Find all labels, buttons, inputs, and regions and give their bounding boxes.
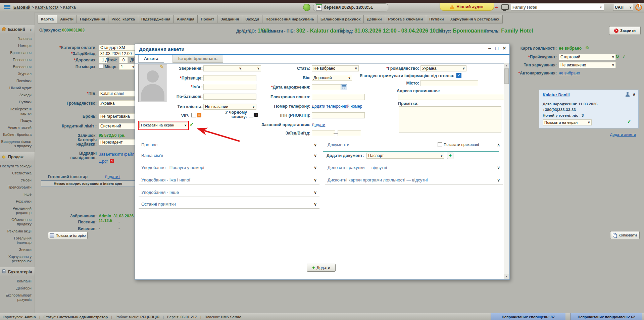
datepicker-calendar-icon[interactable] [341,84,347,90]
modal-stay-from-input[interactable] [312,130,335,136]
sidebar-item[interactable]: Незбережені картки [0,107,35,116]
sidebar-item[interactable]: Заходи [0,93,35,97]
unread-messages-badge[interactable]: Непрочитаних повідомлень: 62 [571,313,642,320]
pib-input[interactable]: Kalatur daniil [99,91,135,97]
hotel-select[interactable]: Family Hotel ▼ [511,4,604,11]
maximize-icon[interactable]: □ [495,46,498,51]
accordion-section[interactable]: Уподобання - Інше∨ [139,188,319,197]
page-tab-3[interactable]: Нарахування [77,15,108,23]
scroll-down-icon[interactable]: ▼ [504,274,509,279]
close-modal-icon[interactable]: × [503,46,506,51]
sidebar-item[interactable]: Номери [0,44,35,48]
page-tab-8[interactable]: Завдання [217,15,242,23]
add-document-plus-icon[interactable]: + [447,153,453,159]
page-tab-2[interactable]: Анкети [57,15,77,23]
page-tab-4[interactable]: Реєс. картка [108,15,138,23]
meal-type-select[interactable]: Не визначено∨ [559,62,616,68]
surcharge-input[interactable]: Нерезидент [99,139,135,145]
screen-select[interactable]: Показати на екран∨ [139,122,188,128]
show-hidden-checkbox[interactable] [438,142,442,147]
email-input[interactable] [312,94,365,100]
sidebar-item[interactable]: Покоївки [0,79,35,83]
page-tab-14[interactable]: Путівки [426,15,447,23]
citizenship-input[interactable]: Україна [99,100,135,106]
monitor-icon[interactable] [501,4,509,10]
page-tab-9[interactable]: Заходи [242,15,262,23]
sidebar-item[interactable]: Виведення кімнат з продажу [0,140,35,148]
sidebar-item[interactable]: Рекламний редактор [0,206,35,215]
add-legal-rep-link[interactable]: Додати [312,122,325,127]
sidebar-item[interactable]: Виселення [0,65,35,69]
sidebar-item[interactable]: Нічний аудит [0,86,35,90]
address-input[interactable] [398,94,504,100]
deposits-section-header[interactable]: Депозитні рахунки — відсутні ∨ [325,163,503,172]
document-type-select[interactable]: Паспорт∨ [366,153,444,159]
power-icon[interactable] [635,4,642,11]
stay-input[interactable]: 31.03.2026 12:00 [99,51,135,57]
sidebar-item[interactable]: Експорт/Імпорт рахунків [0,293,35,302]
children-input[interactable]: 0 [119,57,128,63]
sidebar-item[interactable]: Готельний інвентар [0,236,35,245]
sidebar-section-Бухгалтерія[interactable]: Бухгалтерія [0,267,35,276]
tab-booking-history[interactable]: Історія бронювань [172,55,223,63]
sidebar-collapse-icon[interactable]: ◄ [29,28,32,32]
page-tab-5[interactable]: Підтвердження [138,15,174,23]
upload-file-link[interactable]: Завантажити файл [99,152,134,157]
accordion-section[interactable]: Про вас∨ [139,141,319,149]
modal-scrollbar[interactable]: ▲ ▼ [504,63,509,279]
notes-textarea[interactable] [399,106,501,132]
accordion-section[interactable]: Уподобання - Їжа і напої∨ [139,176,319,184]
sidebar-item[interactable]: Головна [0,37,35,41]
hamburger-menu-icon[interactable] [4,5,10,10]
credit-limit-select[interactable]: Системний∨ [99,123,135,129]
page-tab-12[interactable]: Дзвінки [363,15,385,23]
sidebar-item[interactable]: Розсилки [0,199,35,204]
breadcrumb-section[interactable]: Картка гостя [35,5,58,10]
birth-date-input[interactable] [312,84,342,90]
page-tab-15[interactable]: Харчування у ресторанах [447,15,503,23]
salutation-select-1[interactable]: ∨ [203,65,243,71]
scrollbar-thumb[interactable] [504,68,509,84]
sidebar-item[interactable]: Пошук [0,118,35,123]
copy-button[interactable]: Копіювати [610,231,640,239]
sidebar-item[interactable]: Поселення [0,58,35,62]
attached-file-link[interactable]: 1.pdf [99,159,108,164]
sidebar-item[interactable]: Обмеження продажу [0,218,35,226]
sidebar-item[interactable]: Компанії [0,279,35,283]
person-icon[interactable] [625,92,630,97]
discount-cards-section-header[interactable]: Дисконтні картки програми лояльності — в… [325,176,503,184]
close-card-button[interactable]: ✕ Закрити [609,26,641,35]
guest-screen-select[interactable]: Показати на екран∨ [543,119,592,125]
night-audit-badge[interactable]: ! Нічний аудит [440,3,494,11]
add-questionnaire-link[interactable]: Додати анкети [584,132,636,137]
modal-stay-to-input[interactable] [338,130,361,136]
autocharge-link[interactable]: не вибрано [559,71,580,75]
sidebar-item[interactable]: Умови [0,178,35,182]
pricelist-select[interactable]: Стартовий∨ [559,54,616,60]
sidebar-item[interactable]: Харчування у ресторанах [0,255,35,263]
page-tab-11[interactable]: Балансовий рахунок [317,15,363,23]
sidebar-item[interactable]: Кабінет броніста [0,132,35,137]
sidebar-item[interactable]: Бронювання [0,51,35,55]
remove-file-icon[interactable]: ✕ [110,159,114,163]
add-phone-link[interactable]: Додати телефонний номер [312,104,362,109]
minimize-icon[interactable]: – [488,46,491,51]
sidebar-item[interactable]: Журнал [0,72,35,76]
sidebar-item[interactable]: Прейскуранти [0,185,35,190]
unread-notifications-badge[interactable]: Непрочитаних сповіщень: 87 [491,313,565,320]
sidebar-item[interactable]: Статистика [0,171,35,175]
consent-checkbox[interactable]: ✓ [456,73,461,78]
swap-arrows-icon[interactable]: ◂▸ [495,5,498,9]
sidebar-item[interactable]: Знижки [0,248,35,252]
chat-balloon-icon[interactable] [303,4,310,11]
modal-citizenship-select[interactable]: Україна∨ [420,65,466,71]
sidebar-item[interactable]: Путівки [0,100,35,104]
page-tab-10[interactable]: Перенесення нарахувань [262,15,317,23]
sidebar-section-Продаж[interactable]: Продаж [0,152,35,161]
sidebar-item[interactable]: Дебітори [0,286,35,290]
edit-photo-pencil-icon[interactable]: ✎ [160,64,164,70]
account-number-link[interactable]: 0000031983 [62,28,85,33]
confirm-icon[interactable]: ✓ [622,54,626,59]
accordion-section[interactable]: Ваша сім'я∨ [139,151,319,160]
sidebar-item[interactable]: Послуги та заходи [0,164,35,168]
